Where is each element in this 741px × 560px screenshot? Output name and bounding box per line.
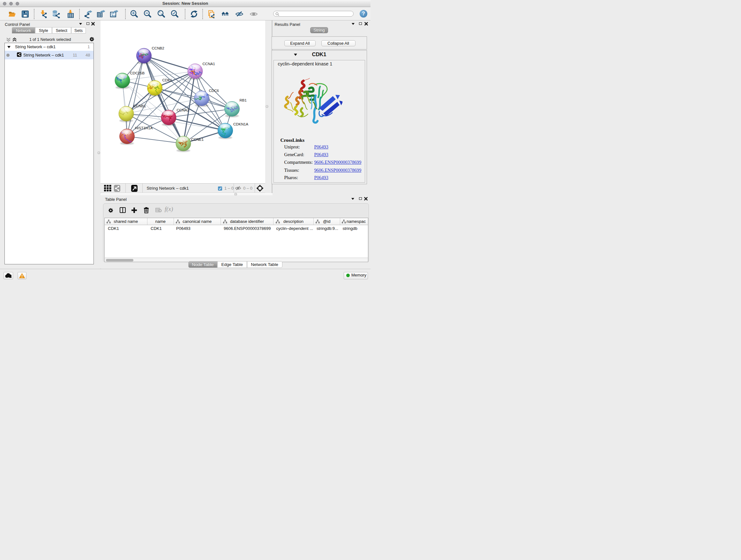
svg-text:CCNA1: CCNA1 [203,62,215,66]
svg-text:CDKN1A: CDKN1A [233,122,248,126]
svg-text:CCNB2: CCNB2 [152,46,164,50]
svg-text:CDC25B: CDC25B [130,71,145,75]
svg-text:HIST1H1A: HIST1H1A [135,126,153,130]
svg-text:CDK1: CDK1 [162,78,172,82]
svg-text:CCNB1: CCNB1 [133,104,146,108]
svg-text:CCNA2: CCNA2 [177,108,189,112]
svg-text:CCNE1: CCNE1 [191,137,204,141]
svg-text:CDC6: CDC6 [209,88,219,92]
svg-text:RB1: RB1 [240,98,247,102]
